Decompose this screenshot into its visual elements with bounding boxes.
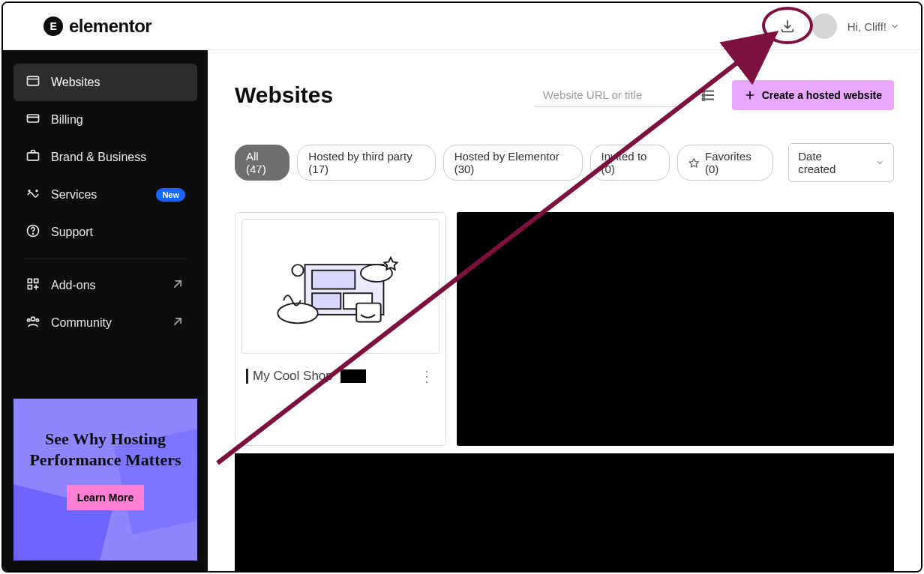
svg-point-13 xyxy=(28,319,30,321)
filter-chip-third-party[interactable]: Hosted by third party (17) xyxy=(297,145,435,181)
svg-point-30 xyxy=(278,303,317,324)
filter-chip-all[interactable]: All (47) xyxy=(235,145,290,181)
sidebar-divider xyxy=(24,259,187,259)
promo-learn-more-button[interactable]: Learn More xyxy=(67,485,144,510)
promo-headline: See Why Hosting Performance Matters xyxy=(14,429,197,470)
chevron-down-icon xyxy=(890,21,900,31)
addons-icon xyxy=(26,277,40,294)
help-icon xyxy=(26,223,40,241)
user-avatar[interactable] xyxy=(812,13,837,39)
sort-select-label: Date created xyxy=(798,150,855,175)
external-link-icon xyxy=(170,277,185,294)
redacted-block xyxy=(340,369,366,383)
download-icon[interactable] xyxy=(774,13,801,40)
topbar: E elementor Hi, Cliff! xyxy=(3,3,921,50)
svg-marker-25 xyxy=(689,159,698,167)
redacted-block xyxy=(457,212,894,446)
svg-rect-28 xyxy=(312,294,340,309)
filter-chip-label: Favorites (0) xyxy=(705,150,762,175)
layout-toggle-icon[interactable] xyxy=(699,86,717,104)
briefcase-icon xyxy=(26,148,40,166)
create-website-label: Create a hosted website xyxy=(762,89,882,101)
card-icon xyxy=(26,111,40,129)
chevron-down-icon xyxy=(875,157,884,168)
sidebar-item-services[interactable]: Services New xyxy=(14,176,197,214)
svg-rect-22 xyxy=(702,98,704,100)
sidebar-item-community[interactable]: Community xyxy=(14,304,197,342)
sidebar-promo: See Why Hosting Performance Matters Lear… xyxy=(14,399,197,561)
website-card[interactable]: My Cool Shop ⋮ xyxy=(235,212,446,446)
filter-chip-invited[interactable]: Invited to (0) xyxy=(590,145,670,181)
external-link-icon xyxy=(170,314,185,332)
svg-rect-11 xyxy=(28,286,32,289)
services-icon xyxy=(26,186,40,204)
website-title-text: My Cool Shop xyxy=(253,369,333,384)
svg-rect-27 xyxy=(312,271,355,289)
svg-point-12 xyxy=(32,317,35,321)
new-badge: New xyxy=(156,188,185,202)
user-greeting[interactable]: Hi, Cliff! xyxy=(848,20,900,33)
website-title: My Cool Shop xyxy=(246,369,366,384)
svg-rect-9 xyxy=(28,279,32,283)
svg-rect-20 xyxy=(702,90,704,92)
create-website-button[interactable]: Create a hosted website xyxy=(732,80,894,110)
community-icon xyxy=(26,314,40,332)
brand-name: elementor xyxy=(69,16,152,37)
sidebar-item-label: Billing xyxy=(51,113,83,127)
sidebar-item-websites[interactable]: Websites xyxy=(14,64,197,101)
sidebar-item-label: Support xyxy=(51,226,93,239)
svg-point-32 xyxy=(292,265,303,276)
svg-rect-10 xyxy=(34,279,38,283)
sidebar-item-label: Brand & Business xyxy=(51,151,146,164)
sidebar-item-label: Add-ons xyxy=(51,279,96,292)
page-title: Websites xyxy=(235,82,333,108)
filter-chip-elementor[interactable]: Hosted by Elementor (30) xyxy=(443,145,583,181)
websites-grid: My Cool Shop ⋮ xyxy=(235,212,894,446)
search-input[interactable] xyxy=(543,88,686,101)
filter-chip-favorites[interactable]: Favorites (0) xyxy=(677,145,774,181)
filter-row: All (47) Hosted by third party (17) Host… xyxy=(235,143,894,182)
sidebar-item-billing[interactable]: Billing xyxy=(14,101,197,139)
plus-icon xyxy=(744,89,756,101)
brand-logo[interactable]: E elementor xyxy=(44,16,152,37)
svg-rect-2 xyxy=(28,115,39,122)
star-icon xyxy=(688,157,699,169)
main-content: Websites Create a hosted website xyxy=(208,50,921,571)
title-indicator xyxy=(246,369,248,384)
sidebar-item-brand[interactable]: Brand & Business xyxy=(14,139,197,176)
brand-logo-badge: E xyxy=(44,16,63,36)
redacted-block xyxy=(235,453,894,571)
sidebar-item-label: Websites xyxy=(51,76,100,89)
svg-point-8 xyxy=(33,234,34,235)
sidebar-item-addons[interactable]: Add-ons xyxy=(14,267,197,304)
sidebar: Websites Billing Brand & Business xyxy=(3,50,208,571)
svg-point-14 xyxy=(36,319,38,321)
sidebar-item-label: Services xyxy=(51,188,97,202)
svg-point-5 xyxy=(28,190,30,192)
sort-select[interactable]: Date created xyxy=(788,143,894,182)
browser-icon xyxy=(26,73,40,91)
svg-rect-33 xyxy=(356,303,380,322)
website-thumbnail xyxy=(236,213,446,360)
svg-rect-21 xyxy=(702,94,704,97)
search-box[interactable] xyxy=(534,84,684,107)
svg-point-6 xyxy=(36,190,38,192)
user-greeting-text: Hi, Cliff! xyxy=(848,20,886,33)
sidebar-item-support[interactable]: Support xyxy=(14,214,197,251)
svg-rect-4 xyxy=(28,153,39,160)
svg-rect-0 xyxy=(28,76,39,85)
sidebar-item-label: Community xyxy=(51,316,112,330)
